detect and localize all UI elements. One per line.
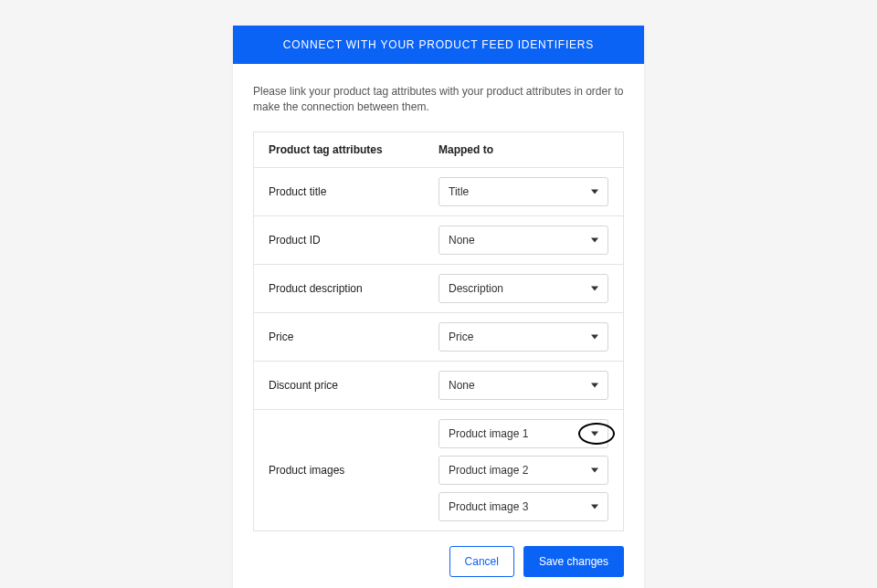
label-product-id: Product ID — [269, 234, 438, 247]
select-value: Product image 3 — [449, 500, 528, 513]
chevron-down-icon — [591, 383, 598, 387]
row-product-description: Product description Description — [254, 265, 623, 313]
mapping-table: Product tag attributes Mapped to Product… — [253, 131, 624, 531]
label-price: Price — [269, 331, 438, 343]
row-price: Price Price — [254, 313, 623, 362]
row-product-id: Product ID None — [254, 216, 623, 265]
select-value: Product image 1 — [449, 427, 528, 440]
header-product-tag-attributes: Product tag attributes — [269, 143, 438, 156]
chevron-down-icon — [591, 189, 598, 194]
select-value: Description — [449, 282, 503, 295]
select-price[interactable]: Price — [438, 322, 608, 352]
label-discount-price: Discount price — [269, 379, 438, 392]
cancel-button[interactable]: Cancel — [449, 546, 514, 577]
select-product-description[interactable]: Description — [438, 274, 608, 303]
intro-text: Please link your product tag attributes … — [253, 84, 624, 115]
label-product-images: Product images — [269, 464, 438, 477]
label-product-title: Product title — [269, 185, 438, 198]
header-mapped-to: Mapped to — [438, 143, 608, 156]
action-bar: Cancel Save changes — [253, 546, 624, 577]
chevron-down-icon — [591, 504, 598, 509]
chevron-down-icon — [591, 334, 598, 339]
select-product-id[interactable]: None — [438, 226, 608, 255]
select-product-image-3[interactable]: Product image 3 — [438, 492, 608, 521]
select-product-image-2[interactable]: Product image 2 — [438, 456, 608, 485]
row-product-title: Product title Title — [254, 168, 623, 216]
select-value: Product image 2 — [449, 464, 528, 477]
select-product-image-1[interactable]: Product image 1 — [438, 419, 608, 448]
chevron-down-icon — [591, 286, 598, 290]
save-button[interactable]: Save changes — [523, 546, 624, 577]
label-product-description: Product description — [269, 282, 438, 295]
chevron-down-icon — [591, 467, 598, 472]
row-discount-price: Discount price None — [254, 362, 623, 410]
select-discount-price[interactable]: None — [438, 371, 608, 400]
select-value: None — [449, 234, 475, 247]
select-product-title[interactable]: Title — [438, 177, 608, 206]
panel-title: CONNECT WITH YOUR PRODUCT FEED IDENTIFIE… — [283, 38, 594, 51]
panel-content: Please link your product tag attributes … — [233, 64, 644, 588]
select-value: None — [449, 379, 475, 392]
panel-banner: CONNECT WITH YOUR PRODUCT FEED IDENTIFIE… — [233, 26, 644, 64]
chevron-down-icon — [591, 237, 598, 242]
table-header-row: Product tag attributes Mapped to — [254, 132, 623, 168]
chevron-down-icon — [591, 431, 598, 436]
row-product-images: Product images Product image 1 Product i… — [254, 410, 623, 530]
select-value: Price — [449, 331, 473, 343]
feed-mapping-panel: CONNECT WITH YOUR PRODUCT FEED IDENTIFIE… — [233, 26, 644, 588]
select-value: Title — [449, 185, 469, 198]
